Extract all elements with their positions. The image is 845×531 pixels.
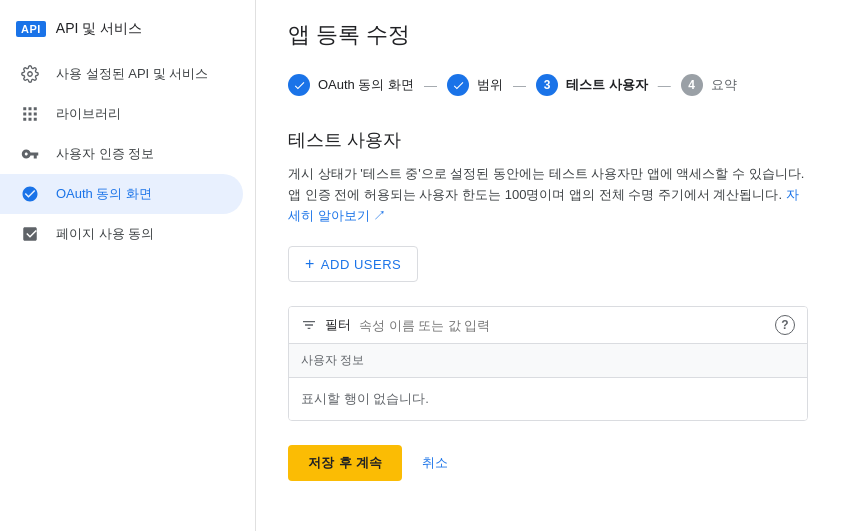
step-number-3: 3 xyxy=(536,74,558,96)
main-content: 앱 등록 수정 OAuth 동의 화면 — 범위 — 3 테스트 사용자 — 4… xyxy=(256,0,845,531)
empty-message: 표시할 행이 없습니다. xyxy=(289,378,807,420)
step-summary: 4 요약 xyxy=(681,74,737,96)
step-scope: 범위 xyxy=(447,74,503,96)
filter-icon xyxy=(301,317,317,333)
description: 게시 상태가 '테스트 중'으로 설정된 동안에는 테스트 사용자만 앱에 액세… xyxy=(288,164,808,226)
filter-label: 필터 xyxy=(325,316,351,334)
step-check-2 xyxy=(447,74,469,96)
sidebar-header: API API 및 서비스 xyxy=(0,12,255,54)
plus-icon: + xyxy=(305,255,315,273)
step-check-1 xyxy=(288,74,310,96)
sidebar-item-credentials[interactable]: 사용자 인증 정보 xyxy=(0,134,243,174)
description-text: 게시 상태가 '테스트 중'으로 설정된 동안에는 테스트 사용자만 앱에 액세… xyxy=(288,166,804,202)
table-header: 사용자 정보 xyxy=(289,344,807,378)
section-title: 테스트 사용자 xyxy=(288,128,813,152)
sidebar-item-label-enabled-apis: 사용 설정된 API 및 서비스 xyxy=(56,65,208,83)
oauth-icon xyxy=(20,184,40,204)
step-divider-2: — xyxy=(513,78,526,93)
step-number-4: 4 xyxy=(681,74,703,96)
sidebar-item-oauth-consent[interactable]: OAuth 동의 화면 xyxy=(0,174,243,214)
page-title: 앱 등록 수정 xyxy=(288,20,813,50)
sidebar-item-label-credentials: 사용자 인증 정보 xyxy=(56,145,154,163)
external-link-icon: ↗ xyxy=(373,208,386,223)
step-test-users: 3 테스트 사용자 xyxy=(536,74,648,96)
sidebar: API API 및 서비스 사용 설정된 API 및 서비스 라이브러리 xyxy=(0,0,256,531)
sidebar-item-label-library: 라이브러리 xyxy=(56,105,121,123)
step-label-4: 요약 xyxy=(711,76,737,94)
filter-section: 필터 ? 사용자 정보 표시할 행이 없습니다. xyxy=(288,306,808,421)
add-users-label: ADD USERS xyxy=(321,257,401,272)
step-divider-1: — xyxy=(424,78,437,93)
help-icon[interactable]: ? xyxy=(775,315,795,335)
svg-point-0 xyxy=(28,72,33,77)
sidebar-item-label-oauth: OAuth 동의 화면 xyxy=(56,185,152,203)
settings-icon xyxy=(20,64,40,84)
sidebar-item-label-page-consent: 페이지 사용 동의 xyxy=(56,225,154,243)
add-users-button[interactable]: + ADD USERS xyxy=(288,246,418,282)
cancel-button[interactable]: 취소 xyxy=(418,446,452,480)
stepper: OAuth 동의 화면 — 범위 — 3 테스트 사용자 — 4 요약 xyxy=(288,74,813,96)
api-badge: API xyxy=(16,21,46,37)
page-consent-icon xyxy=(20,224,40,244)
sidebar-header-title: API 및 서비스 xyxy=(56,20,142,38)
library-icon xyxy=(20,104,40,124)
filter-bar: 필터 ? xyxy=(289,307,807,344)
key-icon xyxy=(20,144,40,164)
col-header-user-info: 사용자 정보 xyxy=(301,352,795,369)
sidebar-nav: 사용 설정된 API 및 서비스 라이브러리 사용자 인증 정보 xyxy=(0,54,255,254)
filter-input[interactable] xyxy=(359,318,767,333)
step-divider-3: — xyxy=(658,78,671,93)
save-continue-button[interactable]: 저장 후 계속 xyxy=(288,445,402,481)
bottom-actions: 저장 후 계속 취소 xyxy=(288,445,813,481)
step-oauth-consent: OAuth 동의 화면 xyxy=(288,74,414,96)
step-label-2: 범위 xyxy=(477,76,503,94)
sidebar-item-library[interactable]: 라이브러리 xyxy=(0,94,243,134)
step-label-3: 테스트 사용자 xyxy=(566,76,648,94)
step-label-1: OAuth 동의 화면 xyxy=(318,76,414,94)
sidebar-item-enabled-apis[interactable]: 사용 설정된 API 및 서비스 xyxy=(0,54,243,94)
sidebar-item-page-consent[interactable]: 페이지 사용 동의 xyxy=(0,214,243,254)
